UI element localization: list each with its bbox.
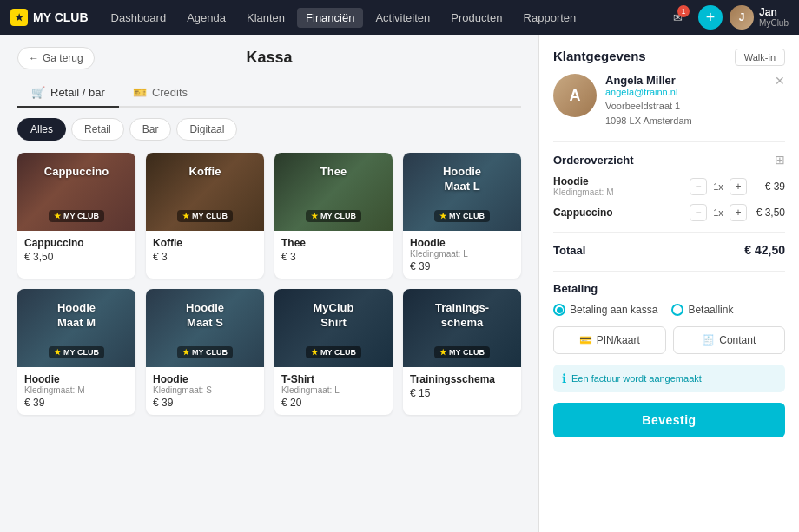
order-item-hoodie-controls: − 1x + <box>690 178 747 195</box>
order-item-hoodie-increase[interactable]: + <box>730 178 747 195</box>
tab-retail-bar[interactable]: 🛒 Retail / bar <box>17 79 119 108</box>
divider-2 <box>553 232 785 233</box>
filter-bar: Alles Retail Bar Digitaal <box>17 118 521 141</box>
product-grid: Cappuccino ★ MY CLUB Cappuccino € 3,50 <box>17 153 521 415</box>
product-cappuccino-name: Cappuccino <box>24 237 129 249</box>
product-thee-image: Thee ★ MY CLUB <box>274 153 393 231</box>
product-hoodie-l-price: € 39 <box>410 260 514 273</box>
product-hoodie-l-sub: Kledingmaat: L <box>410 249 514 259</box>
club-badge-training: ★ MY CLUB <box>434 346 490 358</box>
customer-email: angela@trainn.nl <box>605 87 766 97</box>
product-shirt-name: T-Shirt <box>281 373 386 385</box>
filter-retail[interactable]: Retail <box>71 118 124 141</box>
order-item-hoodie: Hoodie Kledingmaat: M − 1x + € 39 <box>553 175 785 197</box>
payment-pin-button[interactable]: 💳 PIN/kaart <box>553 326 666 354</box>
payment-contant-button[interactable]: 🧾 Contant <box>673 326 786 354</box>
nav-agenda[interactable]: Agenda <box>178 8 234 28</box>
user-label: Jan MyClub <box>759 6 789 29</box>
product-hoodie-s-image: HoodieMaat S ★ MY CLUB <box>146 289 264 367</box>
info-icon: ℹ <box>562 371 566 385</box>
product-hoodie-m[interactable]: HoodieMaat M ★ MY CLUB Hoodie Kledingmaa… <box>17 289 135 415</box>
info-text: Een factuur wordt aangemaakt <box>571 373 702 384</box>
product-hoodie-l[interactable]: HoodieMaat L ★ MY CLUB Hoodie Kledingmaa… <box>403 153 521 279</box>
nav-dashboard[interactable]: Dashboard <box>102 8 175 28</box>
club-badge-hoodie-l: ★ MY CLUB <box>434 210 490 222</box>
total-label: Totaal <box>553 244 585 257</box>
payment-option-kassa[interactable]: Betaling aan kassa <box>553 304 657 316</box>
nav-klanten[interactable]: Klanten <box>238 8 294 28</box>
nav-financien[interactable]: Financiën <box>297 8 363 28</box>
add-button[interactable]: + <box>698 5 723 30</box>
nav-rapporten[interactable]: Rapporten <box>515 8 585 28</box>
customer-address: Voorbeeldstraat 1 1098 LX Amsterdam <box>605 99 766 128</box>
order-item-hoodie-decrease[interactable]: − <box>690 178 707 195</box>
product-shirt[interactable]: MyClubShirt ★ MY CLUB T-Shirt Kledingmaa… <box>274 289 393 415</box>
product-thee-price: € 3 <box>281 251 386 263</box>
product-hoodie-s-name: Hoodie <box>153 373 257 385</box>
payment-options: Betaling aan kassa Betaallink <box>553 304 785 316</box>
order-item-hoodie-qty: 1x <box>710 181 726 192</box>
product-koffie-name: Koffie <box>153 237 257 249</box>
filter-alles[interactable]: Alles <box>17 118 66 141</box>
product-training-title: Trainings-schema <box>410 301 514 331</box>
invoice-info-box: ℹ Een factuur wordt aangemaakt <box>553 365 785 392</box>
product-training[interactable]: Trainings-schema ★ MY CLUB Trainingssche… <box>403 289 521 415</box>
product-thee-title: Thee <box>281 165 386 180</box>
divider-3 <box>553 271 785 272</box>
order-item-cappuccino-decrease[interactable]: − <box>690 204 707 221</box>
page-header: ← Ga terug Kassa <box>17 49 521 67</box>
back-button[interactable]: ← Ga terug <box>17 47 95 69</box>
product-hoodie-m-price: € 39 <box>24 397 129 409</box>
order-total: Totaal € 42,50 <box>553 243 785 257</box>
page-title: Kassa <box>246 49 292 67</box>
cash-icon: 🧾 <box>702 334 715 346</box>
product-cappuccino-title: Cappuccino <box>24 165 129 180</box>
user-avatar: J <box>730 5 754 30</box>
user-menu[interactable]: J Jan MyClub <box>730 5 789 30</box>
total-amount: € 42,50 <box>744 243 785 257</box>
order-item-cappuccino-increase[interactable]: + <box>730 204 747 221</box>
sidebar: Walk-in Klantgegevens A Angela Miller an… <box>538 35 799 532</box>
app-logo[interactable]: ★ MY CLUB <box>10 9 89 26</box>
product-training-price: € 15 <box>410 387 514 399</box>
logo-icon: ★ <box>10 9 28 26</box>
radio-kassa-indicator <box>553 304 565 316</box>
notifications-button[interactable]: ✉ 1 <box>664 3 691 31</box>
product-hoodie-s-sub: Kledingmaat: S <box>153 385 257 395</box>
payment-option-betaallink[interactable]: Betaallink <box>671 304 733 316</box>
product-shirt-image: MyClubShirt ★ MY CLUB <box>274 289 393 367</box>
customer-card: A Angela Miller angela@trainn.nl Voorbee… <box>553 74 785 128</box>
walk-in-button[interactable]: Walk-in <box>735 49 785 66</box>
customer-remove-button[interactable]: ✕ <box>775 74 785 88</box>
notification-badge: 1 <box>677 5 690 17</box>
customer-name: Angela Miller <box>605 74 766 87</box>
order-edit-button[interactable]: ⊞ <box>775 153 785 167</box>
payment-methods: 💳 PIN/kaart 🧾 Contant <box>553 326 785 354</box>
order-section-title: Orderoverzicht <box>553 154 633 167</box>
filter-digitaal[interactable]: Digitaal <box>176 118 237 141</box>
product-koffie-title: Koffie <box>153 165 257 180</box>
product-cappuccino[interactable]: Cappuccino ★ MY CLUB Cappuccino € 3,50 <box>17 153 135 279</box>
club-badge-thee: ★ MY CLUB <box>306 210 361 222</box>
tab-credits[interactable]: 🎫 Credits <box>119 79 201 108</box>
club-badge-cappuccino: ★ MY CLUB <box>49 210 104 222</box>
main-content: ← Ga terug Kassa 🛒 Retail / bar 🎫 Credit… <box>0 35 538 532</box>
arrow-left-icon: ← <box>29 52 39 64</box>
product-thee[interactable]: Thee ★ MY CLUB Thee € 3 <box>274 153 393 279</box>
product-hoodie-s[interactable]: HoodieMaat S ★ MY CLUB Hoodie Kledingmaa… <box>146 289 264 415</box>
product-koffie[interactable]: Koffie ★ MY CLUB Koffie € 3 <box>146 153 264 279</box>
nav-activiteiten[interactable]: Activiteiten <box>366 8 439 28</box>
product-hoodie-l-name: Hoodie <box>410 237 514 249</box>
product-shirt-sub: Kledingmaat: L <box>281 385 386 395</box>
nav-producten[interactable]: Producten <box>442 8 511 28</box>
product-thee-name: Thee <box>281 237 386 249</box>
shopping-icon: 🛒 <box>31 86 45 99</box>
product-shirt-price: € 20 <box>281 397 386 409</box>
pin-icon: 💳 <box>579 334 592 346</box>
order-item-cappuccino-name: Cappuccino <box>553 207 690 219</box>
product-koffie-price: € 3 <box>153 251 257 263</box>
confirm-button[interactable]: Bevestig <box>553 403 785 437</box>
product-cappuccino-price: € 3,50 <box>24 251 129 263</box>
filter-bar[interactable]: Bar <box>129 118 172 141</box>
order-item-cappuccino-controls: − 1x + <box>690 204 747 221</box>
